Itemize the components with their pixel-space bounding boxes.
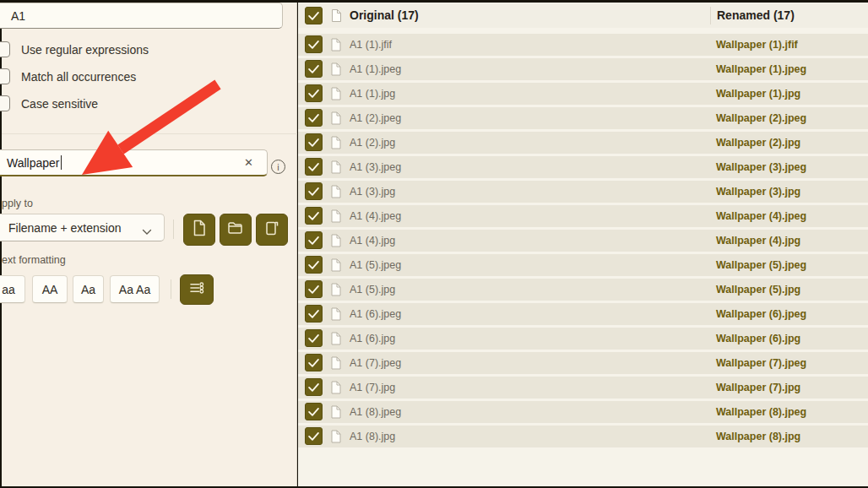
table-row[interactable]: A1 (3).jpeg Wallpaper (3).jpeg bbox=[298, 156, 868, 178]
column-separator bbox=[710, 7, 711, 24]
table-row[interactable]: A1 (7).jpeg Wallpaper (7).jpeg bbox=[298, 352, 868, 374]
row-checkbox[interactable] bbox=[305, 329, 323, 347]
table-row[interactable]: A1 (5).jpg Wallpaper (5).jpg bbox=[298, 279, 868, 301]
replace-with-value: Wallpaper bbox=[7, 156, 60, 170]
row-checkbox[interactable] bbox=[305, 354, 323, 371]
row-checkbox[interactable] bbox=[305, 427, 323, 445]
renamed-column-header[interactable]: Renamed (17) bbox=[717, 3, 795, 28]
original-name: A1 (5).jpg bbox=[350, 279, 395, 301]
file-icon bbox=[331, 356, 341, 373]
original-name: A1 (6).jpg bbox=[350, 328, 395, 350]
original-name: A1 (1).jfif bbox=[350, 34, 392, 56]
renamed-name: Wallpaper (2).jpeg bbox=[716, 107, 806, 129]
text-caret bbox=[61, 155, 62, 170]
apply-to-label: pply to bbox=[2, 198, 33, 209]
table-row[interactable]: A1 (8).jpeg Wallpaper (8).jpeg bbox=[298, 401, 868, 423]
file-icon bbox=[331, 258, 341, 275]
original-name: A1 (4).jpg bbox=[350, 230, 395, 252]
table-row[interactable]: A1 (5).jpeg Wallpaper (5).jpeg bbox=[298, 254, 868, 276]
clear-icon[interactable]: ✕ bbox=[244, 150, 253, 175]
apply-to-dropdown[interactable]: Filename + extension bbox=[0, 214, 165, 241]
row-checkbox[interactable] bbox=[305, 60, 323, 78]
file-icon bbox=[331, 160, 341, 177]
original-name: A1 (2).jpeg bbox=[350, 107, 401, 129]
renamed-name: Wallpaper (7).jpeg bbox=[716, 352, 806, 374]
lowercase-button[interactable]: aa bbox=[0, 275, 25, 303]
include-subfolders-button[interactable] bbox=[256, 214, 288, 246]
use-regex-checkbox[interactable] bbox=[0, 41, 10, 57]
powerrename-window: A1 Use regular expressions Match all occ… bbox=[0, 0, 868, 488]
table-row[interactable]: A1 (6).jpeg Wallpaper (6).jpeg bbox=[298, 303, 868, 325]
renamed-name: Wallpaper (1).jpg bbox=[716, 83, 800, 105]
original-name: A1 (8).jpeg bbox=[350, 401, 401, 423]
uppercase-button[interactable]: AA bbox=[32, 275, 68, 303]
renamed-name: Wallpaper (5).jpeg bbox=[716, 254, 806, 276]
file-icon bbox=[331, 111, 341, 128]
case-sensitive-checkbox[interactable] bbox=[0, 95, 10, 111]
row-checkbox[interactable] bbox=[305, 133, 323, 151]
table-row[interactable]: A1 (8).jpg Wallpaper (8).jpg bbox=[298, 426, 868, 447]
renamed-name: Wallpaper (2).jpg bbox=[716, 132, 800, 154]
original-name: A1 (7).jpeg bbox=[350, 352, 401, 374]
file-icon bbox=[331, 405, 341, 422]
renamed-name: Wallpaper (8).jpg bbox=[716, 426, 800, 447]
file-icon bbox=[331, 430, 341, 447]
table-row[interactable]: A1 (6).jpg Wallpaper (6).jpg bbox=[298, 328, 868, 350]
list-header: Original (17) Renamed (17) bbox=[298, 3, 868, 28]
match-all-occurrences-label: Match all occurrences bbox=[21, 69, 136, 85]
original-name: A1 (2).jpg bbox=[350, 132, 395, 154]
table-row[interactable]: A1 (1).jpg Wallpaper (1).jpg bbox=[298, 83, 868, 105]
table-row[interactable]: A1 (4).jpg Wallpaper (4).jpg bbox=[298, 230, 868, 252]
select-all-checkbox[interactable] bbox=[305, 7, 323, 24]
original-name: A1 (3).jpeg bbox=[350, 156, 401, 178]
replace-with-input[interactable]: Wallpaper ✕ bbox=[0, 149, 268, 176]
info-icon[interactable]: i bbox=[271, 160, 285, 174]
row-checkbox[interactable] bbox=[305, 403, 323, 420]
table-row[interactable]: A1 (3).jpg Wallpaper (3).jpg bbox=[298, 181, 868, 203]
options-panel: A1 Use regular expressions Match all occ… bbox=[2, 3, 297, 486]
renamed-name: Wallpaper (4).jpeg bbox=[716, 205, 806, 227]
sentence-case-button[interactable]: Aa bbox=[73, 275, 104, 303]
row-checkbox[interactable] bbox=[305, 231, 323, 249]
original-name: A1 (3).jpg bbox=[350, 181, 395, 203]
row-checkbox[interactable] bbox=[305, 35, 323, 53]
match-all-occurrences-checkbox[interactable] bbox=[0, 68, 10, 84]
row-checkbox[interactable] bbox=[305, 84, 323, 102]
table-row[interactable]: A1 (2).jpg Wallpaper (2).jpg bbox=[298, 132, 868, 154]
file-icon bbox=[331, 283, 341, 300]
row-checkbox[interactable] bbox=[305, 182, 323, 200]
renamed-name: Wallpaper (6).jpg bbox=[716, 328, 800, 350]
row-checkbox[interactable] bbox=[305, 305, 323, 323]
file-icon bbox=[331, 307, 341, 324]
include-files-button[interactable] bbox=[183, 214, 215, 246]
renamed-name: Wallpaper (3).jpeg bbox=[716, 156, 806, 178]
table-row[interactable]: A1 (2).jpeg Wallpaper (2).jpeg bbox=[298, 107, 868, 129]
title-case-button[interactable]: Aa Aa bbox=[110, 275, 160, 303]
renamed-name: Wallpaper (5).jpg bbox=[716, 279, 800, 301]
file-icon bbox=[331, 234, 341, 251]
renamed-name: Wallpaper (3).jpg bbox=[716, 181, 800, 203]
file-icon bbox=[331, 185, 341, 202]
row-checkbox[interactable] bbox=[305, 280, 323, 298]
table-row[interactable]: A1 (1).jfif Wallpaper (1).jfif bbox=[298, 34, 868, 56]
original-name: A1 (1).jpeg bbox=[350, 58, 401, 80]
renamed-name: Wallpaper (8).jpeg bbox=[716, 401, 806, 423]
original-column-header[interactable]: Original (17) bbox=[350, 3, 419, 28]
table-row[interactable]: A1 (1).jpeg Wallpaper (1).jpeg bbox=[298, 58, 868, 80]
document-icon bbox=[190, 219, 209, 241]
row-checkbox[interactable] bbox=[305, 207, 323, 225]
row-checkbox[interactable] bbox=[305, 158, 323, 176]
row-checkbox[interactable] bbox=[305, 109, 323, 127]
case-sensitive-label: Case sensitive bbox=[21, 96, 98, 112]
file-icon bbox=[331, 381, 341, 398]
row-checkbox[interactable] bbox=[305, 256, 323, 274]
include-folders-button[interactable] bbox=[220, 214, 252, 246]
original-name: A1 (1).jpg bbox=[350, 83, 395, 105]
apply-to-selected: Filename + extension bbox=[8, 221, 121, 235]
table-row[interactable]: A1 (4).jpeg Wallpaper (4).jpeg bbox=[298, 205, 868, 227]
search-for-input[interactable]: A1 bbox=[0, 3, 283, 29]
row-checkbox[interactable] bbox=[305, 378, 323, 396]
enumerate-items-button[interactable] bbox=[180, 274, 214, 305]
section-divider bbox=[2, 133, 297, 134]
table-row[interactable]: A1 (7).jpg Wallpaper (7).jpg bbox=[298, 377, 868, 399]
